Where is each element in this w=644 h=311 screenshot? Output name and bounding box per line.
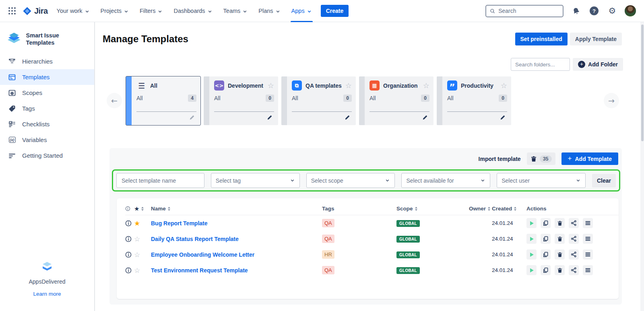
sort-icon bbox=[168, 207, 170, 211]
sidebar-item-checklists[interactable]: Checklists bbox=[0, 116, 94, 132]
trash-icon bbox=[557, 268, 563, 273]
edit-pencil-icon[interactable] bbox=[422, 115, 428, 122]
page-scrollbar[interactable] bbox=[640, 22, 644, 311]
filter-bar-highlighted: Select tag Select scope Select available… bbox=[112, 169, 620, 192]
nav-projects[interactable]: Projects bbox=[101, 0, 129, 22]
nav-dashboards[interactable]: Dashboards bbox=[173, 0, 212, 22]
create-button[interactable]: Create bbox=[321, 5, 349, 17]
scrollbar-thumb[interactable] bbox=[641, 25, 644, 141]
delete-button[interactable] bbox=[555, 234, 565, 244]
favorite-star-icon[interactable]: ☆ bbox=[134, 266, 151, 274]
edit-pencil-icon[interactable] bbox=[189, 115, 195, 122]
tag-filter-select[interactable]: Select tag bbox=[211, 173, 300, 188]
apply-template-button[interactable]: Apply Template bbox=[570, 33, 622, 45]
template-name-link[interactable]: Employee Onboarding Welcome Letter bbox=[151, 251, 322, 258]
more-menu-button[interactable] bbox=[583, 234, 593, 244]
global-search[interactable] bbox=[485, 5, 564, 17]
search-folders-input[interactable] bbox=[511, 58, 570, 71]
folder-count-badge: 0 bbox=[499, 95, 507, 102]
more-menu-button[interactable] bbox=[583, 265, 593, 275]
copy-button[interactable] bbox=[541, 234, 551, 244]
favorite-star-icon[interactable]: ☆ bbox=[134, 251, 151, 259]
name-column-header[interactable]: Name bbox=[151, 206, 322, 212]
learn-more-link[interactable]: Learn more bbox=[33, 291, 61, 297]
info-column-icon bbox=[125, 206, 134, 211]
sidebar-item-getting-started[interactable]: Getting Started bbox=[0, 148, 94, 163]
more-menu-button[interactable] bbox=[583, 218, 593, 228]
created-column-header[interactable]: Created bbox=[492, 206, 526, 212]
sidebar-item-scopes[interactable]: Scopes bbox=[0, 85, 94, 101]
carousel-right-arrow[interactable]: → bbox=[604, 93, 619, 108]
user-avatar[interactable] bbox=[625, 5, 636, 16]
settings-gear-icon[interactable]: ⚙ bbox=[607, 5, 618, 16]
clear-filters-button[interactable]: Clear bbox=[592, 174, 616, 187]
template-name-filter-input[interactable] bbox=[116, 173, 204, 188]
sidebar-item-templates[interactable]: Templates bbox=[0, 69, 94, 85]
folder-card-productivity[interactable]: ” Productivity ☆ All 0 bbox=[437, 76, 511, 125]
run-template-button[interactable] bbox=[526, 265, 537, 275]
share-button[interactable] bbox=[569, 234, 579, 244]
set-preinstalled-button[interactable]: Set preinstalled bbox=[515, 33, 568, 45]
share-icon bbox=[571, 236, 577, 242]
info-icon[interactable] bbox=[125, 267, 134, 274]
delete-button[interactable] bbox=[555, 218, 565, 228]
sidebar-item-tags[interactable]: Tags bbox=[0, 101, 94, 116]
scope-column-header[interactable]: Scope bbox=[396, 206, 469, 212]
import-template-link[interactable]: Import template bbox=[479, 156, 521, 162]
copy-icon bbox=[543, 236, 549, 242]
info-icon[interactable] bbox=[125, 251, 134, 258]
nav-filters[interactable]: Filters bbox=[140, 0, 163, 22]
scope-filter-select[interactable]: Select scope bbox=[306, 173, 395, 188]
more-menu-button[interactable] bbox=[583, 249, 593, 260]
star-icon[interactable]: ☆ bbox=[423, 81, 429, 90]
folder-card-organization[interactable]: ▦ Organization ☆ All 0 bbox=[359, 76, 433, 125]
info-icon[interactable] bbox=[125, 220, 134, 227]
help-icon[interactable]: ? bbox=[588, 5, 600, 16]
run-template-button[interactable] bbox=[526, 234, 537, 244]
favorite-star-icon[interactable]: ★ bbox=[134, 219, 151, 227]
nav-teams[interactable]: Teams bbox=[223, 0, 248, 22]
app-switcher-icon[interactable] bbox=[6, 4, 19, 17]
trash-bin-button[interactable]: 35 bbox=[527, 152, 555, 165]
folder-card-all[interactable]: ☰ All All 4 bbox=[126, 76, 200, 125]
edit-pencil-icon[interactable] bbox=[500, 115, 506, 122]
share-button[interactable] bbox=[569, 265, 579, 275]
template-name-link[interactable]: Test Environment Request Template bbox=[151, 267, 322, 274]
sidebar-item-variables[interactable]: (x) Variables bbox=[0, 132, 94, 148]
copy-button[interactable] bbox=[541, 249, 551, 260]
info-icon[interactable] bbox=[125, 236, 134, 242]
edit-pencil-icon[interactable] bbox=[345, 115, 350, 122]
star-icon[interactable]: ☆ bbox=[345, 81, 352, 90]
nav-your-work[interactable]: Your work bbox=[57, 0, 90, 22]
add-folder-button[interactable]: + Add Folder bbox=[573, 58, 623, 71]
folder-card-development[interactable]: <> Development ☆ All 0 bbox=[204, 76, 278, 125]
nav-plans[interactable]: Plans bbox=[258, 0, 280, 22]
folder-count-badge: 0 bbox=[266, 95, 274, 102]
jira-logo[interactable]: Jira bbox=[23, 6, 48, 16]
template-name-link[interactable]: Daily QA Status Report Template bbox=[151, 236, 322, 242]
add-template-button[interactable]: + Add Template bbox=[561, 152, 618, 165]
sidebar-item-hierarchies[interactable]: Hierarchies bbox=[0, 54, 94, 69]
folder-card-qa-templates[interactable]: ⧉ QA templates ☆ All 0 bbox=[281, 76, 356, 125]
delete-button[interactable] bbox=[555, 249, 565, 260]
favorite-column-header[interactable]: ★ bbox=[134, 205, 151, 212]
run-template-button[interactable] bbox=[526, 249, 537, 260]
copy-button[interactable] bbox=[541, 218, 551, 228]
share-button[interactable] bbox=[569, 218, 579, 228]
nav-apps[interactable]: Apps bbox=[291, 0, 312, 22]
owner-column-header[interactable]: Owner bbox=[469, 206, 492, 212]
notifications-icon[interactable] bbox=[570, 5, 582, 16]
copy-button[interactable] bbox=[541, 265, 551, 275]
favorite-star-icon[interactable]: ☆ bbox=[134, 235, 151, 243]
run-template-button[interactable] bbox=[526, 218, 537, 228]
search-input[interactable] bbox=[498, 8, 559, 14]
share-button[interactable] bbox=[569, 249, 579, 260]
carousel-left-arrow[interactable]: ← bbox=[107, 93, 122, 108]
available-for-filter-select[interactable]: Select available for bbox=[401, 173, 490, 188]
edit-pencil-icon[interactable] bbox=[267, 115, 272, 122]
template-name-link[interactable]: Bug Report Template bbox=[151, 220, 322, 227]
user-filter-select[interactable]: Select user bbox=[497, 173, 586, 188]
delete-button[interactable] bbox=[555, 265, 565, 275]
star-icon[interactable]: ☆ bbox=[268, 81, 274, 90]
star-icon[interactable]: ☆ bbox=[501, 81, 507, 90]
